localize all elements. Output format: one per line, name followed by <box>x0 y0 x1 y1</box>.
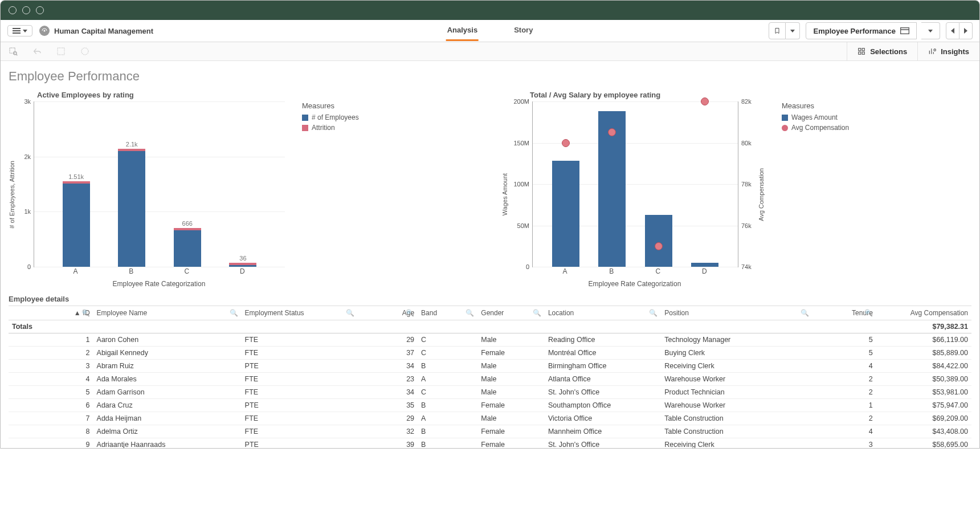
cell-tenure: 2 <box>812 386 876 399</box>
plot-area[interactable]: 01k2k3k1.51k2.1k66636 <box>34 101 285 267</box>
col-name[interactable]: Employee Name🔍 <box>93 306 242 320</box>
search-icon[interactable]: 🔍 <box>649 309 658 317</box>
next-sheet-button[interactable] <box>959 22 973 39</box>
cell-position: Product Technician <box>661 386 812 399</box>
cell-name: Adda Heijman <box>93 412 242 425</box>
cell-age: 32 <box>358 425 418 438</box>
step-back-icon[interactable] <box>32 47 42 56</box>
search-icon[interactable]: 🔍 <box>466 309 474 317</box>
search-icon[interactable]: 🔍 <box>801 309 809 317</box>
search-icon[interactable]: 🔍 <box>230 309 238 317</box>
table-row[interactable]: 9Adriaantje HaanraadsPTE39BFemaleSt. Joh… <box>9 438 971 449</box>
bookmark-button[interactable] <box>769 22 786 39</box>
bar[interactable]: 2.1k <box>118 151 145 267</box>
legend-item-employees[interactable]: # of Employees <box>302 113 359 121</box>
employee-table[interactable]: ▲ID🔍 Employee Name🔍 Employment Status🔍 A… <box>1 306 979 448</box>
search-icon[interactable]: 🔍 <box>406 309 414 317</box>
step-forward-icon[interactable] <box>56 47 66 56</box>
table-row[interactable]: 5Adam GarrisonFTE34CMaleSt. John's Offic… <box>9 386 971 399</box>
legend-item-attrition[interactable]: Attrition <box>302 124 359 132</box>
app-window: Human Capital Management Analysis Story … <box>0 0 980 449</box>
cell-gender: Male <box>477 333 545 347</box>
col-age[interactable]: Age🔍 <box>358 306 418 320</box>
sheet-name: Employee Performance <box>813 27 896 35</box>
plot-area[interactable]: 050M100M150M200M74k76k78k80k82k <box>532 101 738 267</box>
col-location[interactable]: Location🔍 <box>545 306 661 320</box>
cell-name: Adam Garrison <box>93 386 242 399</box>
selections-tool-button[interactable]: Selections <box>847 42 917 60</box>
col-position[interactable]: Position🔍 <box>661 306 812 320</box>
col-tenure[interactable]: Tenure🔍 <box>812 306 876 320</box>
cell-gender: Female <box>477 425 545 438</box>
bar[interactable] <box>691 263 718 267</box>
legend-swatch-icon <box>302 125 308 131</box>
sheet-dropdown[interactable] <box>921 22 940 39</box>
col-id[interactable]: ▲ID🔍 <box>9 306 93 320</box>
chart-active-employees[interactable]: Active Employees by rating # of Employee… <box>9 87 479 288</box>
charts-row: Active Employees by rating # of Employee… <box>1 87 979 288</box>
cell-gender: Female <box>477 438 545 449</box>
search-icon[interactable]: 🔍 <box>533 309 541 317</box>
cell-id: 5 <box>9 386 93 399</box>
col-comp[interactable]: Avg Compensation <box>876 306 971 320</box>
search-icon[interactable]: 🔍 <box>81 309 90 317</box>
window-minimize-icon[interactable] <box>22 6 30 14</box>
cell-name: Ada Morales <box>93 373 242 386</box>
tab-analysis[interactable]: Analysis <box>446 21 479 41</box>
data-point[interactable] <box>562 139 570 147</box>
sort-asc-icon: ▲ <box>74 309 81 317</box>
tab-story[interactable]: Story <box>513 21 534 41</box>
table-row[interactable]: 6Adara CruzPTE35BFemaleSouthampton Offic… <box>9 399 971 412</box>
svg-line-5 <box>16 54 17 55</box>
data-point[interactable] <box>701 97 709 105</box>
table-row[interactable]: 8Adelma OrtizFTE32BFemaleMannheim Office… <box>9 425 971 438</box>
bar[interactable] <box>552 161 579 267</box>
cell-band: A <box>418 373 477 386</box>
table-row[interactable]: 3Abram RuizPTE34BMaleBirmingham OfficeRe… <box>9 360 971 373</box>
hamburger-icon <box>13 28 21 34</box>
cell-comp: $84,422.00 <box>876 360 971 373</box>
col-band[interactable]: Band🔍 <box>418 306 477 320</box>
main-menu-button[interactable] <box>7 25 32 36</box>
legend-item-wages[interactable]: Wages Amount <box>782 113 849 121</box>
chart-salary[interactable]: Total / Avg Salary by employee rating Wa… <box>501 87 971 288</box>
col-status[interactable]: Employment Status🔍 <box>242 306 358 320</box>
cell-tenure: 2 <box>812 412 876 425</box>
search-icon[interactable]: 🔍 <box>864 309 873 317</box>
cell-age: 23 <box>358 373 418 386</box>
legend-item-avg-comp[interactable]: Avg Compensation <box>782 124 849 132</box>
svg-rect-9 <box>862 48 864 51</box>
y-axis-title: Wages Amount <box>501 173 508 215</box>
sheet-selector: Employee Performance <box>806 22 940 39</box>
cell-position: Warehouse Worker <box>661 373 812 386</box>
table-row[interactable]: 4Ada MoralesFTE23AMaleAtlanta OfficeWare… <box>9 373 971 386</box>
bar[interactable]: 1.51k <box>63 184 90 267</box>
cell-position: Receiving Clerk <box>661 438 812 449</box>
table-row[interactable]: 7Adda HeijmanFTE29AMaleVictoria OfficeTa… <box>9 412 971 425</box>
prev-sheet-button[interactable] <box>946 22 959 39</box>
insights-button[interactable]: Insights <box>917 42 979 60</box>
data-point[interactable] <box>655 242 663 250</box>
bar[interactable]: 666 <box>174 230 201 267</box>
data-point[interactable] <box>608 128 616 136</box>
sheet-select-button[interactable]: Employee Performance <box>806 22 917 39</box>
bar[interactable] <box>645 215 672 267</box>
clear-selections-icon[interactable] <box>80 47 89 56</box>
cell-name: Aaron Cohen <box>93 333 242 347</box>
col-gender[interactable]: Gender🔍 <box>477 306 545 320</box>
bar[interactable]: 36 <box>229 265 256 267</box>
cell-location: Mannheim Office <box>545 425 661 438</box>
table-row[interactable]: 1Aaron CohenFTE29CMaleReading OfficeTech… <box>9 333 971 347</box>
search-icon[interactable]: 🔍 <box>346 309 354 317</box>
window-titlebar[interactable] <box>1 1 979 20</box>
bookmark-dropdown[interactable] <box>786 22 800 39</box>
cell-location: St. John's Office <box>545 438 661 449</box>
y2-axis-title: Avg Compensation <box>758 168 765 221</box>
svg-rect-8 <box>859 48 861 51</box>
window-maximize-icon[interactable] <box>36 6 44 14</box>
cell-gender: Male <box>477 360 545 373</box>
selections-icon <box>858 47 865 55</box>
smart-search-icon[interactable] <box>9 47 18 56</box>
window-close-icon[interactable] <box>9 6 17 14</box>
table-row[interactable]: 2Abigail KennedyFTE37CFemaleMontréal Off… <box>9 347 971 360</box>
